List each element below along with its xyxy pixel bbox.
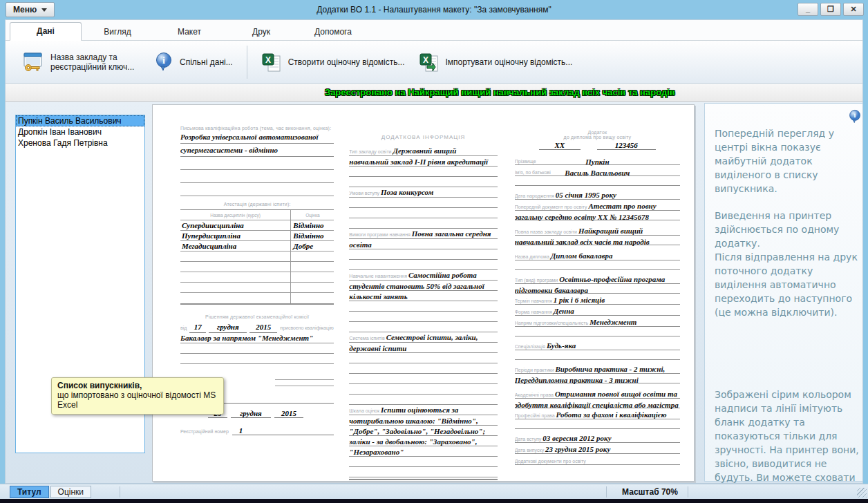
- graduate-list-item[interactable]: Дропкін Іван Іванович: [16, 126, 144, 137]
- graduate-list-item[interactable]: Хренова Гадя Петрівна: [16, 137, 144, 149]
- resize-grip[interactable]: [857, 488, 867, 497]
- tab-Допомога[interactable]: Допомога: [297, 23, 369, 41]
- minimize-button[interactable]: _: [798, 3, 818, 16]
- doc-field-label: Прізвище: [515, 159, 536, 164]
- column-header-discipline: Назва дисциплін (курсу): [180, 210, 291, 220]
- doc-col2-fields: Тип закладу освіти Державний вищий навча…: [349, 146, 497, 477]
- doc-field-label: Періоди практики: [515, 368, 556, 372]
- create-sheet-button[interactable]: X Створити оціночну відомість...: [254, 48, 412, 77]
- doc-column-middle: ДОДАТКОВА ІНФОРМАЦІЯ Тип закладу освіти …: [349, 126, 497, 481]
- doc-field-label: Тип (вид) програми: [515, 278, 560, 283]
- doc-field: Спеціалізація Будь-яка: [515, 341, 680, 360]
- doc-field-label: Дата вступу: [515, 437, 543, 442]
- bottom-tabs: ТитулОцінки: [10, 486, 93, 498]
- discipline-name: Мегадисципліна: [180, 241, 291, 251]
- toolbar: Назва закладу та реєстраційний ключ... i…: [6, 41, 862, 84]
- tab-Друк[interactable]: Друк: [225, 23, 297, 41]
- tab-strip: ДаніВиглядМакетДрукДопомога: [6, 20, 862, 41]
- doc-field: Ім'я, по батькові Василь Васильович: [515, 167, 680, 186]
- doc-column-left: Письмова кваліфікаційна робота (тема, ча…: [180, 126, 334, 481]
- doc-field: Прізвище Пупкін: [515, 155, 680, 167]
- discipline-name: [180, 272, 291, 282]
- doc-field: Вимоги програми навчання Повна загальна …: [349, 229, 497, 270]
- diploma-series: XX: [539, 141, 581, 150]
- help-panel: i Попередній перегляд у центрі вікна пок…: [704, 103, 862, 482]
- doc-field-label: Напрям підготовки/спеціальність: [515, 321, 589, 325]
- doc-field-label: Дата випуску: [515, 448, 545, 453]
- graduate-list-item[interactable]: Пупкін Василь Васильович: [16, 115, 144, 126]
- doc-field-label: Тип закладу освіти: [349, 149, 393, 154]
- doc-field: Шкала оцінок Іспити оцінюються за чотири…: [349, 405, 497, 477]
- doc-field: Напрям підготовки/спеціальність Менеджме…: [515, 317, 680, 336]
- doc-field-value: 05 січня 1995 року: [556, 191, 616, 199]
- shared-data-button[interactable]: i Спільні дані...: [147, 48, 240, 77]
- content-frame: ДаніВиглядМакетДрукДопомога Назва заклад…: [5, 19, 863, 484]
- doc-field-label: Спеціалізація: [515, 344, 547, 349]
- main-area: Пупкін Василь ВасильовичДропкін Іван Іва…: [6, 102, 862, 483]
- series-number-line: XX 123456: [515, 141, 680, 150]
- close-button[interactable]: ✕: [843, 3, 864, 16]
- supplement-header-line2: до диплома про вищу освіту: [515, 135, 680, 140]
- discipline-grade: [291, 283, 334, 292]
- tab-Вигляд[interactable]: Вигляд: [82, 23, 153, 41]
- toolbar-button-label: Спільні дані...: [180, 57, 233, 67]
- doc-field: Дата народження 05 січня 1995 року: [515, 190, 680, 201]
- graduates-tooltip: Список випускників, що імпортовано з оці…: [51, 377, 224, 415]
- doc-col3-fields: Прізвище ПупкінІм'я, по батькові Василь …: [515, 155, 680, 466]
- disciplines-table-empty-row: [180, 262, 334, 272]
- discipline-grade: [291, 252, 334, 261]
- document-preview: Письмова кваліфікаційна робота (тема, ча…: [152, 104, 695, 482]
- registration-banner: Зареєстровано на Найкращий вищий навчаль…: [6, 84, 862, 102]
- bottom-tab-Титул[interactable]: Титул: [10, 486, 49, 498]
- doc-field-label: Умови вступу: [349, 191, 381, 196]
- institution-key-button[interactable]: Назва закладу та реєстраційний ключ...: [15, 48, 147, 77]
- window-title: Додатки ВО 1.1 - Налаштування макету: "З…: [0, 5, 868, 15]
- doc-field-value: Менеджмент: [589, 318, 636, 326]
- toolbar-button-label: Імпортувати оціночну відомість...: [446, 57, 573, 67]
- doc-field-label: Повна назва закладу освіти: [515, 229, 578, 234]
- bottom-tab-Оцінки[interactable]: Оцінки: [50, 486, 91, 498]
- maximize-button[interactable]: ❒: [820, 3, 841, 16]
- tab-Макет[interactable]: Макет: [153, 23, 225, 41]
- statusbar-separator: [688, 486, 688, 497]
- doc-field: Умови вступу Поза конкурсом: [349, 187, 497, 229]
- decision-year: 2015: [249, 322, 277, 333]
- discipline-grade: [291, 293, 334, 303]
- disciplines-table-empty-row: [180, 272, 334, 283]
- work-value: Розробка універсальної автоматизованої с…: [180, 131, 334, 196]
- decision-month: грудня: [209, 322, 247, 333]
- decision-day: 17: [189, 322, 206, 333]
- discipline-name: [180, 283, 291, 292]
- doc-field-value: 03 вересня 2012 року: [542, 434, 611, 442]
- from-label: від: [180, 323, 187, 333]
- doc-field-label: Професійні права: [515, 413, 556, 418]
- svg-text:X: X: [423, 55, 428, 64]
- title-bar: Меню Додатки ВО 1.1 - Налаштування макет…: [0, 0, 868, 19]
- regnum-value: 1: [232, 426, 334, 435]
- issue-year: 2015: [274, 409, 303, 418]
- help-paragraph: Зображені сірим кольором надписи та ліні…: [715, 388, 859, 483]
- app-window: Меню Додатки ВО 1.1 - Налаштування макет…: [0, 0, 868, 503]
- excel-import-icon: X: [419, 52, 440, 73]
- doc-field-value: 23 грудня 2015 року: [545, 445, 610, 453]
- statusbar-separator: [120, 486, 120, 497]
- tab-Дані[interactable]: Дані: [10, 22, 82, 41]
- doc-field-value: Денна: [554, 307, 574, 315]
- doc-field-label: Академічні права: [515, 392, 555, 397]
- doc-field-label: Вимоги програми навчання: [349, 232, 411, 237]
- doc-field: Дата випуску 23 грудня 2015 року: [515, 444, 680, 455]
- doc-field-value: Робота за фахом і кваліфікацією: [556, 410, 667, 419]
- discipline-grade: Добре: [291, 241, 334, 251]
- window-key-icon: [22, 52, 44, 73]
- doc-field: Академічні права Отримання повної вищої …: [515, 389, 680, 410]
- discipline-grade: [291, 272, 334, 282]
- disciplines-table-empty-row: [180, 293, 334, 303]
- doc-field: Назва диплома Диплом бакалавра: [515, 251, 680, 270]
- svg-text:i: i: [854, 111, 856, 119]
- discipline-grade: [291, 262, 334, 272]
- doc-field: Попередній документ про освіту Атестат п…: [515, 201, 680, 222]
- doc-field-value: Пупкін: [515, 157, 680, 167]
- doc-field-label: Навчальне навантаження: [349, 274, 408, 278]
- tooltip-title: Список випускників,: [57, 381, 218, 390]
- import-sheet-button[interactable]: X Імпортувати оціночну відомість...: [412, 48, 580, 77]
